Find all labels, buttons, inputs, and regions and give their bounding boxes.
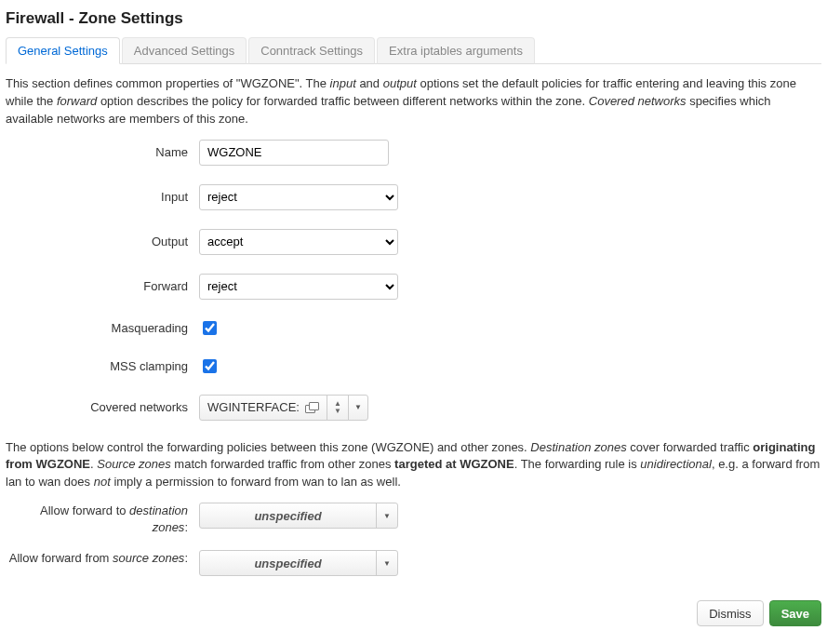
label-input: Input [6, 190, 199, 204]
source-zones-value: unspecified [200, 551, 376, 575]
network-icon [305, 402, 318, 413]
tab-general-settings[interactable]: General Settings [6, 37, 120, 64]
dismiss-button[interactable]: Dismiss [697, 600, 764, 626]
label-mss: MSS clamping [6, 359, 199, 373]
label-name: Name [6, 145, 199, 159]
label-output: Output [6, 235, 199, 248]
input-select[interactable]: reject [199, 184, 398, 210]
intro-text: This section defines common properties o… [6, 75, 821, 128]
dest-zones-value: unspecified [200, 503, 376, 528]
page-title: Firewall - Zone Settings [6, 9, 821, 28]
source-zones-select[interactable]: unspecified ▼ [199, 550, 398, 576]
tabs: General Settings Advanced Settings Connt… [6, 37, 821, 64]
label-dest-zones: Allow forward to destination zones: [6, 503, 199, 535]
label-source-zones: Allow forward from source zones: [6, 550, 199, 567]
name-field[interactable] [199, 140, 389, 166]
forwarding-help-text: The options below control the forwarding… [6, 439, 821, 492]
tab-conntrack-settings[interactable]: Conntrack Settings [248, 37, 375, 64]
covered-networks-stepper[interactable]: ▲ ▼ [327, 396, 348, 420]
dest-zones-select[interactable]: unspecified ▼ [199, 503, 398, 529]
covered-networks-select[interactable]: WGINTERFACE: ▲ ▼ ▼ [199, 395, 368, 421]
tab-extra-iptables[interactable]: Extra iptables arguments [377, 37, 535, 64]
label-forward: Forward [6, 279, 199, 293]
chevron-down-icon: ▼ [354, 403, 362, 411]
chevron-down-icon: ▼ [334, 408, 341, 415]
chevron-down-icon: ▼ [376, 503, 397, 528]
covered-network-value: WGINTERFACE: [207, 400, 300, 414]
save-button[interactable]: Save [769, 600, 821, 626]
label-covered-networks: Covered networks [6, 400, 199, 414]
chevron-down-icon: ▼ [376, 551, 397, 575]
label-masquerading: Masquerading [6, 321, 199, 335]
forward-select[interactable]: reject [199, 274, 398, 300]
tab-advanced-settings[interactable]: Advanced Settings [122, 37, 247, 64]
mss-clamping-checkbox[interactable] [203, 359, 217, 373]
masquerading-checkbox[interactable] [203, 321, 217, 335]
output-select[interactable]: accept [199, 229, 398, 255]
covered-networks-dropdown[interactable]: ▼ [348, 396, 367, 420]
